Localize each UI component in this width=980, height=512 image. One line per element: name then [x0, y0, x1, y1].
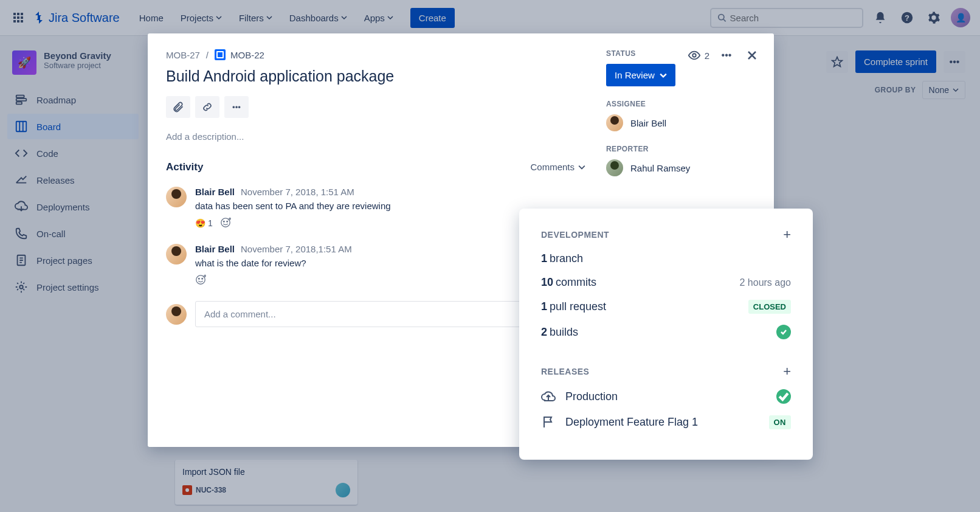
- svg-point-12: [227, 221, 228, 222]
- comment-date: November 7, 2018, 1:51 AM: [241, 187, 354, 197]
- watchers[interactable]: 2: [688, 49, 709, 62]
- more-actions-button[interactable]: •••: [224, 96, 249, 118]
- branch-row[interactable]: 1branch: [541, 252, 791, 265]
- pr-status-badge: CLOSED: [748, 300, 791, 314]
- add-reaction-button[interactable]: [195, 274, 207, 286]
- svg-point-14: [198, 278, 199, 279]
- assignee-label: ASSIGNEE: [606, 100, 759, 108]
- issue-title[interactable]: Build Android application package: [166, 67, 585, 85]
- svg-point-11: [223, 221, 224, 222]
- status-button[interactable]: In Review: [606, 64, 675, 86]
- eye-icon: [688, 49, 701, 62]
- activity-heading: Activity: [166, 161, 203, 173]
- reporter-row[interactable]: Rahul Ramsey: [606, 159, 759, 176]
- release-row[interactable]: Production: [541, 389, 791, 404]
- attachment-icon: [172, 101, 184, 113]
- comment-avatar[interactable]: [166, 187, 187, 207]
- development-heading: DEVELOPMENT: [541, 230, 609, 240]
- link-button[interactable]: [195, 96, 219, 118]
- breadcrumb: MOB-27 / MOB-22: [166, 49, 585, 60]
- assignee-name: Blair Bell: [630, 118, 666, 128]
- assignee-row[interactable]: Blair Bell: [606, 114, 759, 131]
- activity-filter[interactable]: Comments: [530, 162, 585, 172]
- add-reaction-button[interactable]: [220, 217, 232, 229]
- svg-point-15: [202, 278, 203, 279]
- flag-status-badge: ON: [769, 415, 792, 429]
- modal-overlay: 2 ••• MOB-27 / MOB-22 Build Android appl…: [0, 0, 980, 512]
- check-icon: [776, 389, 791, 404]
- chevron-down-icon: [660, 72, 667, 79]
- close-button[interactable]: [744, 47, 761, 64]
- link-icon: [201, 101, 213, 113]
- svg-point-10: [221, 218, 230, 227]
- description-field[interactable]: Add a description...: [166, 131, 585, 142]
- chevron-down-icon: [578, 164, 585, 171]
- reporter-avatar: [606, 159, 623, 176]
- add-development-button[interactable]: +: [783, 228, 791, 241]
- comment-avatar[interactable]: [166, 244, 187, 265]
- story-icon: [215, 49, 226, 60]
- releases-heading: RELEASES: [541, 367, 589, 376]
- current-user-avatar[interactable]: [166, 304, 187, 325]
- commits-row[interactable]: 10commits2 hours ago: [541, 276, 791, 289]
- svg-point-9: [692, 54, 696, 57]
- breadcrumb-current[interactable]: MOB-22: [215, 49, 264, 60]
- attach-button[interactable]: [166, 96, 190, 118]
- pullrequest-row[interactable]: 1pull requestCLOSED: [541, 300, 791, 314]
- breadcrumb-parent[interactable]: MOB-27: [166, 50, 200, 60]
- reporter-label: REPORTER: [606, 145, 759, 153]
- check-icon: [776, 325, 791, 339]
- add-release-button[interactable]: +: [783, 365, 791, 378]
- feature-flag-row[interactable]: Deployment Feature Flag 1ON: [541, 415, 791, 429]
- reporter-name: Rahul Ramsey: [630, 163, 690, 173]
- comment-author[interactable]: Blair Bell: [195, 244, 235, 254]
- development-panel: DEVELOPMENT+ 1branch 10commits2 hours ag…: [519, 209, 813, 460]
- comment-author[interactable]: Blair Bell: [195, 187, 235, 197]
- comment-date: November 7, 2018,1:51 AM: [241, 244, 352, 254]
- svg-point-13: [196, 275, 205, 284]
- builds-row[interactable]: 2builds: [541, 325, 791, 339]
- reaction[interactable]: 😍1: [195, 218, 213, 228]
- issue-more-button[interactable]: •••: [718, 47, 735, 64]
- cloud-upload-icon: [541, 389, 556, 404]
- assignee-avatar: [606, 114, 623, 131]
- flag-icon: [541, 415, 556, 429]
